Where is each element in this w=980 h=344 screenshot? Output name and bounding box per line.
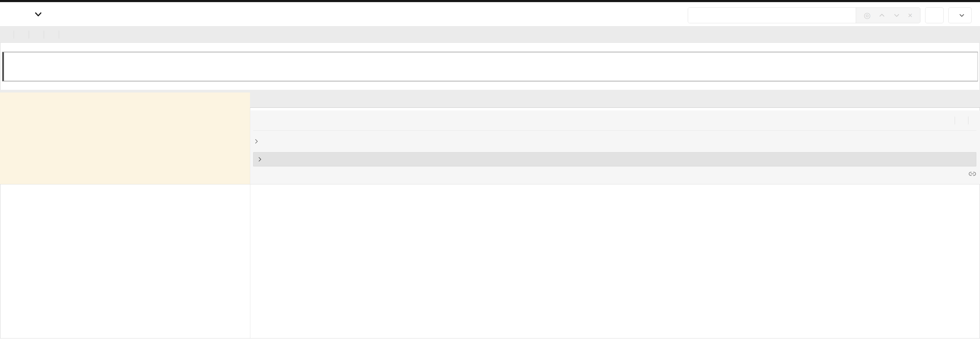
locate-icon[interactable]: ◎ — [864, 11, 870, 19]
detail-panel-left-tint — [0, 93, 250, 184]
table-bottom-edge — [0, 338, 980, 344]
window-top-edge — [0, 0, 980, 2]
find-next-icon[interactable] — [893, 12, 900, 19]
tags-accordion[interactable] — [253, 131, 976, 152]
span-color-bar — [21, 93, 24, 184]
trace-minimap[interactable] — [2, 52, 978, 82]
minimap-scrubber-handle[interactable] — [2, 52, 4, 81]
collapse-trace-chevron-icon[interactable] — [34, 10, 43, 19]
copy-link-icon[interactable] — [968, 170, 976, 178]
find-nav-controls: ◎ × — [856, 8, 920, 23]
find-group: ◎ × — [688, 7, 920, 23]
chevron-down-icon — [959, 12, 965, 19]
span-detail-panel — [0, 110, 980, 184]
view-selector-button[interactable] — [948, 7, 972, 23]
trace-stats-bar — [0, 26, 980, 43]
back-button[interactable] — [9, 8, 26, 21]
jaeger-trace-page: ◎ × — [0, 0, 980, 344]
span-rows-region — [0, 108, 980, 338]
find-clear-icon[interactable]: × — [908, 11, 913, 19]
keyboard-shortcuts-button[interactable] — [925, 7, 943, 23]
minimap-ruler — [2, 43, 978, 52]
trace-header: ◎ × — [0, 2, 980, 26]
timeline-header-ruler — [251, 90, 980, 108]
find-input[interactable] — [688, 8, 856, 23]
chevron-right-icon — [257, 156, 263, 163]
detail-span-color-strip — [251, 108, 980, 110]
find-prev-icon[interactable] — [878, 12, 885, 19]
logs-accordion[interactable] — [253, 152, 976, 166]
chevron-right-icon — [253, 138, 259, 144]
